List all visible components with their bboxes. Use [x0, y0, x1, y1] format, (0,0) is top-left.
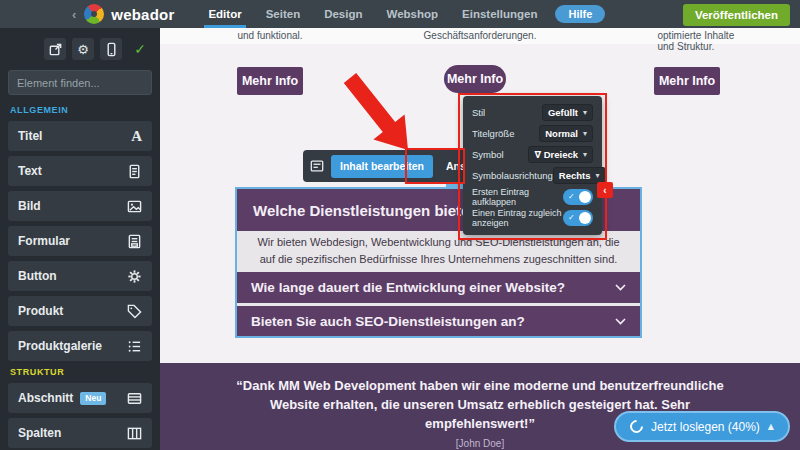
symbol-dropdown[interactable]: ∇ Dreieck ▾: [528, 146, 593, 163]
toggle-einen-eintrag[interactable]: ✓: [563, 210, 593, 226]
webador-editor-window: ‹ webador Editor Seiten Design Webshop E…: [0, 0, 800, 450]
nav-tab-editor[interactable]: Editor: [196, 0, 253, 28]
setting-row-toggle-2: Einen Eintrag zugleich anzeigen ✓: [472, 207, 593, 228]
topbar: ‹ webador Editor Seiten Design Webshop E…: [0, 0, 800, 28]
webador-logo-icon: [84, 4, 104, 24]
panel-collapse-handle[interactable]: ‹: [597, 182, 613, 198]
setting-row-symbol: Symbol ∇ Dreieck ▾: [472, 144, 593, 165]
button-icon: [127, 269, 142, 284]
caret-down-icon: ▾: [583, 129, 587, 138]
columns-icon: [127, 426, 142, 441]
getting-started-button[interactable]: Jetzt loslegen (40%) ▲: [614, 411, 790, 442]
sidebar-item-button[interactable]: Button: [8, 261, 152, 291]
faq-open-answer: Wir bieten Webdesign, Webentwicklung und…: [237, 231, 640, 269]
clipped-column-text: optimierte Inhalte und Struktur.: [658, 30, 753, 52]
faq-question-2[interactable]: Wie lange dauert die Entwicklung einer W…: [237, 272, 640, 303]
faq-question-3[interactable]: Bieten Sie auch SEO-Dienstleistungen an?: [237, 306, 640, 336]
nav-tab-design[interactable]: Design: [312, 0, 374, 28]
sidebar-item-bild[interactable]: Bild: [8, 191, 152, 221]
setting-row-toggle-1: Ersten Eintrag aufklappen ✓: [472, 186, 593, 207]
sidebar-item-spalten[interactable]: Spalten: [8, 418, 152, 448]
titelgroesse-dropdown[interactable]: Normal ▾: [539, 125, 593, 142]
neu-badge: Neu: [80, 392, 106, 405]
caret-down-icon: ▾: [583, 150, 587, 159]
preview-button[interactable]: [44, 38, 66, 60]
title-icon: A: [131, 128, 142, 145]
sidebar-item-produkt[interactable]: Produkt: [8, 296, 152, 326]
settings-button[interactable]: ⚙: [72, 38, 94, 60]
nav-tab-seiten[interactable]: Seiten: [254, 0, 313, 28]
caret-down-icon: ▾: [583, 108, 587, 117]
chevron-left-icon[interactable]: ‹: [72, 7, 76, 22]
toggle-knob: [579, 212, 591, 224]
progress-ring-icon: [627, 417, 645, 435]
form-icon: [127, 234, 142, 249]
edit-content-button[interactable]: Inhalt bearbeiten: [331, 155, 433, 178]
more-info-button-1[interactable]: Mehr Info: [237, 67, 303, 95]
chevron-down-icon: [615, 284, 626, 291]
sidebar-item-abschnitt[interactable]: Abschnitt Neu: [8, 383, 152, 413]
stil-dropdown[interactable]: Gefüllt ▾: [542, 104, 593, 121]
brand-name: webador: [111, 6, 174, 23]
chevron-left-icon: ‹: [603, 185, 606, 196]
saved-check-icon: ✓: [134, 41, 146, 57]
nav-tab-einstellungen[interactable]: Einstellungen: [450, 0, 549, 28]
accordion-element-icon: [310, 159, 324, 173]
sidebar-toolbar: ⚙ ✓: [0, 28, 160, 68]
toggle-knob: [579, 191, 591, 203]
search-input[interactable]: [17, 77, 159, 89]
chevron-down-icon: [615, 318, 626, 325]
view-settings-panel: Stil Gefüllt ▾ Titelgröße Normal ▾ Symbo…: [463, 96, 602, 235]
external-link-icon: [48, 42, 63, 57]
triangle-up-icon: ▲: [768, 422, 774, 431]
nav-tab-webshop[interactable]: Webshop: [375, 0, 451, 28]
setting-row-symbolausrichtung: Symbolausrichtung Rechts ▾: [472, 165, 593, 186]
page-canvas: und funktional. Geschäftsanforderungen. …: [160, 28, 800, 450]
section-label-struktur: STRUKTUR: [10, 367, 150, 377]
clipped-column-text: Geschäftsanforderungen.: [424, 30, 537, 41]
toggle-ersten-eintrag[interactable]: ✓: [563, 189, 593, 205]
mobile-view-button[interactable]: [100, 38, 122, 60]
gallery-list-icon: [127, 339, 142, 354]
sidebar-item-produktgalerie[interactable]: Produktgalerie: [8, 331, 152, 361]
sidebar-item-formular[interactable]: Formular: [8, 226, 152, 256]
main-nav: Editor Seiten Design Webshop Einstellung…: [196, 0, 605, 28]
mobile-icon: [104, 42, 119, 57]
more-info-button-2[interactable]: Mehr Info: [444, 65, 506, 93]
setting-row-stil: Stil Gefüllt ▾: [472, 102, 593, 123]
gear-icon: ⚙: [77, 43, 89, 56]
text-icon: [127, 164, 142, 179]
setting-row-titelgroesse: Titelgröße Normal ▾: [472, 123, 593, 144]
publish-button[interactable]: Veröffentlichen: [683, 4, 790, 26]
caret-down-icon: ▾: [595, 171, 599, 180]
clipped-column-text: und funktional.: [237, 30, 302, 41]
sidebar-item-text[interactable]: Text: [8, 156, 152, 186]
tag-icon: [127, 304, 142, 319]
check-icon: ✓: [568, 192, 575, 201]
element-search[interactable]: [8, 70, 152, 95]
sidebar-item-titel[interactable]: Titel A: [8, 121, 152, 151]
more-info-button-3[interactable]: Mehr Info: [654, 67, 720, 95]
element-sidebar: ⚙ ✓ ALLGEMEIN Titel A Text: [0, 28, 160, 450]
section-icon: [127, 391, 142, 406]
check-icon: ✓: [568, 213, 575, 222]
section-label-allgemein: ALLGEMEIN: [10, 105, 150, 115]
clipped-text-row: und funktional. Geschäftsanforderungen. …: [160, 28, 800, 44]
help-button[interactable]: Hilfe: [555, 5, 605, 23]
image-icon: [127, 199, 142, 214]
